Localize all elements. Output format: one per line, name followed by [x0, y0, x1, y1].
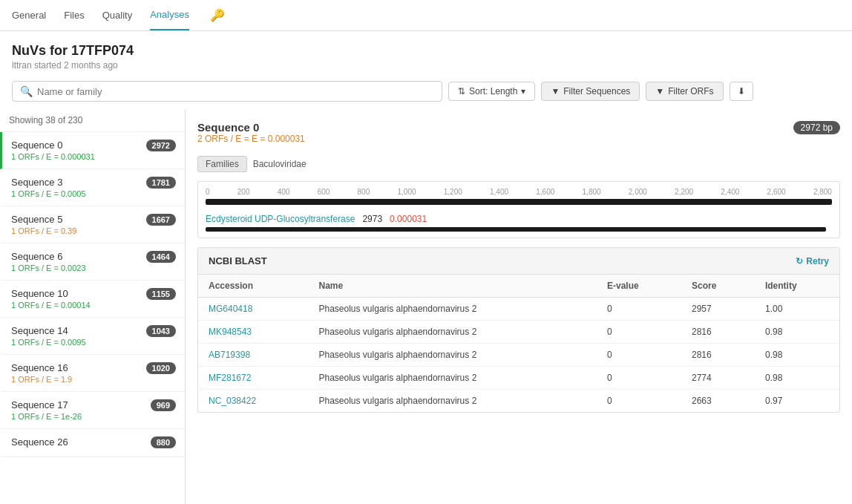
blast-evalue: 0	[597, 367, 681, 390]
list-item[interactable]: Sequence 5 1 ORFs / E = 0.39 1667	[0, 206, 185, 243]
orf-name[interactable]: Ecdysteroid UDP-Glucosyltransferase	[206, 214, 355, 224]
download-icon: ⬇	[738, 86, 745, 96]
ruler-area: 0 200 400 600 800 1,000 1,200 1,400 1,60…	[197, 181, 840, 238]
sort-icon: ⇅	[458, 86, 465, 96]
filter-orfs-button[interactable]: ▼ Filter ORFs	[646, 82, 723, 101]
list-item[interactable]: Sequence 3 1 ORFs / E = 0.0005 1781	[0, 169, 185, 206]
sequence-detail-title: Sequence 0	[197, 121, 305, 134]
blast-name: Phaseolus vulgaris alphaendornavirus 2	[309, 321, 597, 344]
tab-general[interactable]: General	[12, 1, 46, 30]
blast-accession[interactable]: MK948543	[198, 321, 309, 344]
sequence-name: Sequence 16	[11, 362, 72, 373]
blast-identity: 1.00	[755, 298, 839, 321]
list-item[interactable]: Sequence 10 1 ORFs / E = 0.00014 1155	[0, 281, 185, 318]
blast-section: NCBI BLAST ↻ Retry Accession Name E-valu…	[197, 247, 840, 413]
tab-analyses[interactable]: Analyses	[150, 0, 189, 30]
sequence-badge: 1020	[146, 362, 176, 374]
sequence-name: Sequence 0	[11, 140, 95, 151]
list-item[interactable]: Sequence 26 880	[0, 429, 185, 457]
filter-orfs-icon: ▼	[655, 86, 664, 96]
sequence-orfs-info: 2 ORFs / E = E = 0.000031	[197, 134, 305, 144]
ruler-labels: 0 200 400 600 800 1,000 1,200 1,400 1,60…	[206, 188, 832, 196]
sequence-badge: 1155	[146, 288, 176, 300]
sequence-name: Sequence 10	[11, 288, 91, 299]
sequence-name: Sequence 26	[11, 436, 68, 448]
sequence-badge: 1043	[146, 325, 176, 337]
blast-evalue: 0	[597, 390, 681, 413]
blast-name: Phaseolus vulgaris alphaendornavirus 2	[309, 390, 597, 413]
sequence-name: Sequence 5	[11, 214, 76, 225]
blast-accession[interactable]: AB719398	[198, 344, 309, 367]
list-item[interactable]: Sequence 16 1 ORFs / E = 1.9 1020	[0, 355, 185, 392]
search-box[interactable]: 🔍	[12, 81, 442, 102]
top-nav: General Files Quality Analyses 🔑	[0, 0, 852, 31]
table-row: NC_038422 Phaseolus vulgaris alphaendorn…	[198, 390, 839, 413]
blast-accession[interactable]: MF281672	[198, 367, 309, 390]
table-row: MF281672 Phaseolus vulgaris alphaendorna…	[198, 367, 839, 390]
blast-score: 2816	[681, 321, 755, 344]
blast-name: Phaseolus vulgaris alphaendornavirus 2	[309, 344, 597, 367]
toolbar: 🔍 ⇅ Sort: Length ▾ ▼ Filter Sequences ▼ …	[0, 76, 852, 109]
families-button[interactable]: Families	[197, 156, 247, 172]
table-row: MK948543 Phaseolus vulgaris alphaendorna…	[198, 321, 839, 344]
blast-score: 2774	[681, 367, 755, 390]
list-item[interactable]: Sequence 6 1 ORFs / E = 0.0023 1464	[0, 243, 185, 281]
sequence-meta: 1 ORFs / E = 0.000031	[11, 152, 95, 161]
sequence-meta: 1 ORFs / E = 0.0095	[11, 338, 86, 347]
blast-evalue: 0	[597, 321, 681, 344]
search-icon: 🔍	[20, 85, 33, 97]
orf-position: 2973	[362, 214, 382, 224]
blast-title: NCBI BLAST	[209, 255, 267, 266]
sidebar: Showing 38 of 230 Sequence 0 1 ORFs / E …	[0, 109, 186, 504]
search-input[interactable]	[37, 86, 434, 97]
sequence-bp-badge: 2972 bp	[793, 121, 840, 134]
families-row: Families Baculoviridae	[197, 156, 840, 172]
sort-chevron-icon: ▾	[521, 86, 525, 96]
filter-sequences-button[interactable]: ▼ Filter Sequences	[541, 82, 640, 101]
col-evalue: E-value	[597, 275, 681, 298]
sidebar-count: Showing 38 of 230	[0, 109, 185, 132]
list-item[interactable]: Sequence 17 1 ORFs / E = 1e-26 969	[0, 392, 185, 429]
list-item[interactable]: Sequence 0 1 ORFs / E = 0.000031 2972	[0, 132, 185, 169]
sequence-badge: 2972	[146, 140, 176, 151]
blast-header: NCBI BLAST ↻ Retry	[198, 248, 839, 275]
sequence-badge: 969	[151, 399, 176, 411]
retry-button[interactable]: ↻ Retry	[796, 256, 829, 266]
table-row: AB719398 Phaseolus vulgaris alphaendorna…	[198, 344, 839, 367]
orf-label-row: Ecdysteroid UDP-Glucosyltransferase 2973…	[206, 214, 832, 224]
blast-evalue: 0	[597, 344, 681, 367]
download-button[interactable]: ⬇	[730, 82, 753, 101]
blast-identity: 0.97	[755, 390, 839, 413]
col-score: Score	[681, 275, 755, 298]
sequence-meta: 1 ORFs / E = 0.00014	[11, 301, 91, 310]
blast-evalue: 0	[597, 298, 681, 321]
content-panel: Sequence 0 2 ORFs / E = E = 0.000031 297…	[186, 109, 852, 504]
blast-name: Phaseolus vulgaris alphaendornavirus 2	[309, 298, 597, 321]
sequence-name: Sequence 14	[11, 325, 86, 336]
sequence-badge: 880	[151, 436, 176, 448]
sort-button[interactable]: ⇅ Sort: Length ▾	[448, 82, 535, 101]
sequence-name: Sequence 6	[11, 251, 86, 262]
tab-quality[interactable]: Quality	[102, 1, 132, 30]
sequence-header: Sequence 0 2 ORFs / E = E = 0.000031 297…	[197, 121, 840, 151]
tab-files[interactable]: Files	[64, 1, 84, 30]
key-icon: 🔑	[210, 8, 225, 22]
evalue-separator: / E =	[231, 134, 252, 144]
retry-icon: ↻	[796, 256, 803, 266]
col-name: Name	[309, 275, 597, 298]
blast-identity: 0.98	[755, 344, 839, 367]
blast-table: Accession Name E-value Score Identity MG…	[198, 275, 839, 412]
sequence-meta: 1 ORFs / E = 0.39	[11, 226, 76, 235]
sequence-name: Sequence 3	[11, 177, 86, 188]
blast-accession[interactable]: MG640418	[198, 298, 309, 321]
orf-bar	[206, 227, 826, 232]
orfs-count: 2 ORFs	[197, 134, 228, 144]
list-item[interactable]: Sequence 14 1 ORFs / E = 0.0095 1043	[0, 318, 185, 355]
col-identity: Identity	[755, 275, 839, 298]
sequence-badge: 1464	[146, 251, 176, 263]
sequence-name: Sequence 17	[11, 399, 82, 410]
sequence-meta: 1 ORFs / E = 0.0005	[11, 189, 86, 198]
sequence-meta: 1 ORFs / E = 1.9	[11, 375, 72, 384]
blast-accession[interactable]: NC_038422	[198, 390, 309, 413]
blast-identity: 0.98	[755, 321, 839, 344]
